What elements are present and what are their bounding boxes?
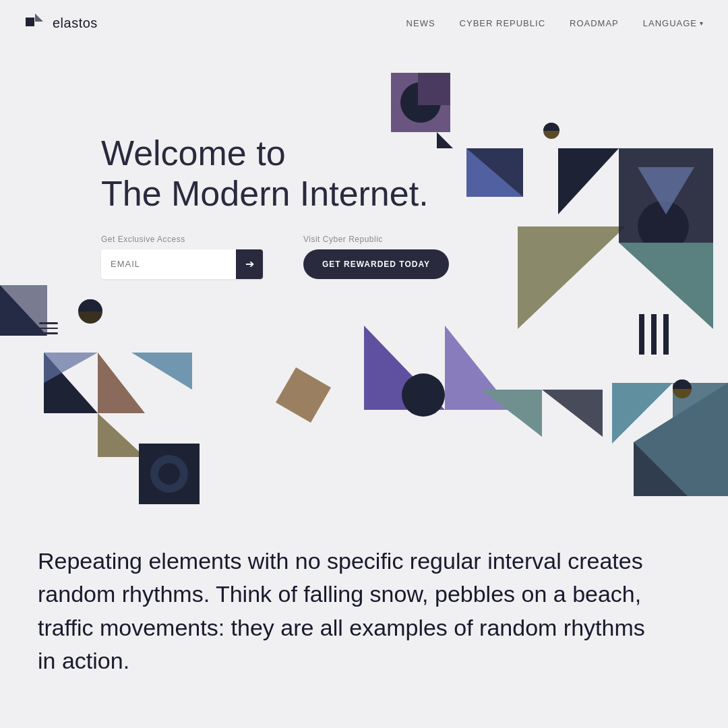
rewarded-cta-group: Visit Cyber Republic GET REWARDED TODAY [303, 235, 449, 279]
svg-rect-4 [418, 73, 450, 105]
svg-marker-15 [638, 167, 694, 214]
svg-marker-1 [35, 13, 43, 22]
hero-cta-row: Get Exclusive Access ➔ Visit Cyber Repub… [101, 235, 449, 279]
svg-point-3 [400, 82, 441, 123]
svg-point-32 [402, 373, 445, 417]
svg-point-10 [638, 201, 689, 252]
svg-marker-36 [612, 383, 673, 444]
get-rewarded-button[interactable]: GET REWARDED TODAY [303, 249, 449, 279]
nav-cyber-republic[interactable]: CYBER REPUBLIC [460, 18, 545, 28]
navbar: elastos NEWS CYBER REPUBLIC ROADMAP LANG… [0, 0, 728, 46]
email-submit-button[interactable]: ➔ [236, 249, 263, 279]
svg-marker-39 [634, 383, 728, 496]
svg-point-6 [543, 123, 559, 139]
rewarded-cta-label: Visit Cyber Republic [303, 235, 449, 244]
svg-rect-0 [26, 18, 34, 26]
svg-marker-40 [634, 442, 688, 496]
hamburger-menu[interactable] [39, 322, 58, 334]
logo-icon [24, 12, 46, 34]
svg-marker-12 [518, 226, 626, 329]
svg-marker-9 [558, 148, 619, 214]
svg-rect-7 [466, 148, 523, 197]
body-text-section: Repeating elements with no specific regu… [0, 511, 728, 718]
svg-marker-38 [673, 383, 728, 438]
svg-rect-18 [663, 314, 669, 355]
hero-title: Welcome to The Modern Internet. [101, 133, 449, 214]
svg-marker-22 [44, 353, 98, 413]
svg-rect-11 [638, 201, 689, 252]
hero-content: Welcome to The Modern Internet. Get Excl… [101, 133, 449, 279]
svg-rect-13 [619, 148, 713, 243]
hamburger-line-1 [39, 322, 58, 324]
svg-marker-30 [364, 326, 445, 410]
chevron-down-icon: ▾ [700, 20, 704, 27]
nav-links: NEWS CYBER REPUBLIC ROADMAP LANGUAGE ▾ [406, 18, 704, 28]
svg-rect-27 [139, 444, 200, 504]
hamburger-line-2 [39, 328, 58, 330]
svg-point-41 [673, 380, 692, 398]
email-cta-group: Get Exclusive Access ➔ [101, 235, 263, 279]
svg-point-29 [158, 463, 180, 485]
hamburger-line-3 [39, 332, 58, 334]
nav-language[interactable]: LANGUAGE ▾ [643, 18, 704, 28]
svg-rect-2 [391, 73, 450, 132]
logo-text: elastos [53, 16, 98, 31]
email-input-wrapper: ➔ [101, 249, 263, 279]
svg-rect-35 [276, 367, 331, 423]
svg-rect-16 [639, 314, 644, 355]
svg-rect-37 [673, 383, 728, 438]
svg-point-21 [78, 299, 102, 324]
svg-marker-24 [44, 353, 98, 383]
logo[interactable]: elastos [24, 12, 98, 34]
nav-roadmap[interactable]: ROADMAP [570, 18, 619, 28]
svg-point-28 [150, 455, 188, 493]
svg-marker-8 [466, 148, 523, 197]
svg-marker-23 [98, 353, 145, 413]
svg-marker-25 [131, 353, 192, 390]
email-cta-label: Get Exclusive Access [101, 235, 263, 244]
svg-marker-34 [542, 390, 603, 437]
email-input[interactable] [101, 259, 236, 269]
hero-section: Welcome to The Modern Internet. Get Excl… [0, 46, 728, 511]
body-paragraph: Repeating elements with no specific regu… [38, 545, 658, 677]
svg-marker-33 [481, 390, 542, 437]
svg-marker-31 [445, 326, 512, 410]
svg-rect-17 [651, 314, 657, 355]
svg-marker-26 [98, 413, 145, 457]
svg-marker-14 [619, 243, 713, 329]
nav-news[interactable]: NEWS [406, 18, 435, 28]
